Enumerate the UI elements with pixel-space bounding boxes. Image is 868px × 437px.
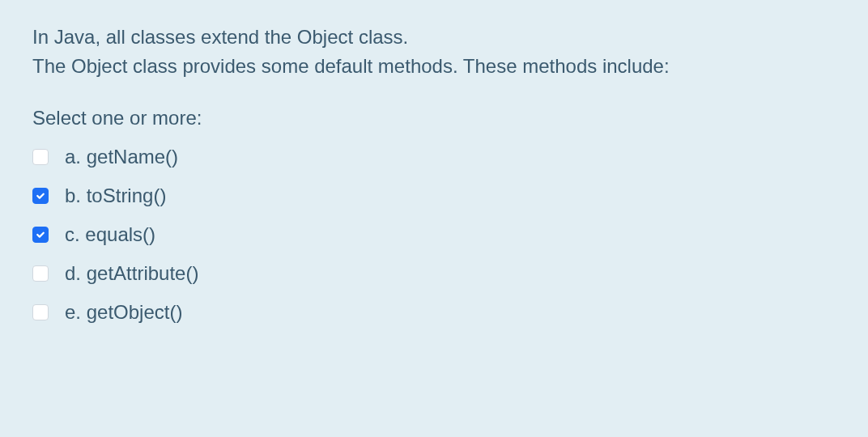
question-line-1: In Java, all classes extend the Object c…: [32, 23, 836, 52]
checkbox-a[interactable]: [32, 149, 49, 165]
option-label-d: d. getAttribute(): [65, 262, 198, 285]
options-list: a. getName() b. toString() c. equals() d…: [32, 146, 836, 324]
option-e[interactable]: e. getObject(): [32, 301, 836, 324]
option-label-b: b. toString(): [65, 185, 166, 207]
option-c[interactable]: c. equals(): [32, 223, 836, 246]
option-d[interactable]: d. getAttribute(): [32, 262, 836, 285]
option-b[interactable]: b. toString(): [32, 185, 836, 207]
question-text: In Java, all classes extend the Object c…: [32, 23, 836, 81]
checkbox-b[interactable]: [32, 188, 49, 204]
checkbox-e[interactable]: [32, 304, 49, 320]
question-line-2: The Object class provides some default m…: [32, 52, 836, 81]
option-label-e: e. getObject(): [65, 301, 182, 324]
checkbox-c[interactable]: [32, 227, 49, 243]
option-a[interactable]: a. getName(): [32, 146, 836, 168]
option-label-a: a. getName(): [65, 146, 178, 168]
checkbox-d[interactable]: [32, 265, 49, 282]
option-label-c: c. equals(): [65, 223, 155, 246]
select-prompt: Select one or more:: [32, 107, 836, 129]
